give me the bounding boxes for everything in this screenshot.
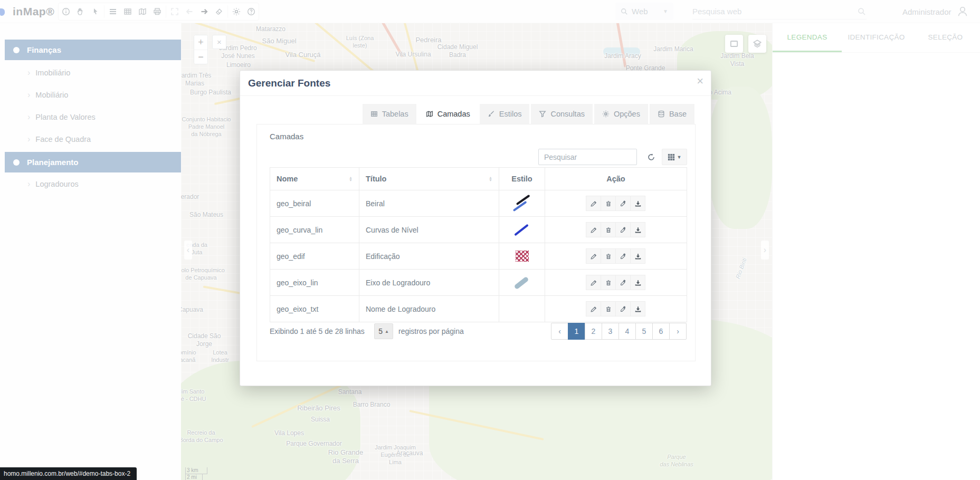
- next-page-button[interactable]: ›: [669, 323, 687, 340]
- layer-style-swatch: [499, 217, 545, 243]
- page-button-6[interactable]: 6: [652, 323, 670, 340]
- edit-icon[interactable]: [586, 196, 601, 211]
- edit-icon[interactable]: [586, 248, 601, 264]
- prev-page-button[interactable]: ‹: [551, 323, 568, 340]
- row-actions: [545, 296, 687, 322]
- page-button-3[interactable]: 3: [602, 323, 619, 340]
- row-actions: [545, 217, 687, 243]
- table-row: geo_curva_lin Curvas de Nível: [270, 217, 687, 243]
- pagination-info: Exibindo 1 até 5 de 28 linhas: [270, 322, 365, 341]
- modal-tab-bar: Tabelas Camadas Estilos Consultas Opções…: [363, 104, 694, 124]
- layer-title: Beiral: [359, 190, 499, 216]
- pagination-pager: ‹ 1 2 3 4 5 6 ›: [551, 323, 687, 340]
- tab-tabelas[interactable]: Tabelas: [363, 104, 416, 124]
- delete-icon[interactable]: [601, 275, 616, 290]
- page-button-5[interactable]: 5: [635, 323, 653, 340]
- gerenciar-fontes-modal: Gerenciar Fontes × Tabelas Camadas Estil…: [240, 70, 711, 386]
- refresh-button[interactable]: [643, 149, 660, 165]
- style-picker-icon[interactable]: [615, 275, 631, 290]
- layer-title: Nome de Logradouro: [359, 296, 499, 322]
- filter-icon: [539, 110, 546, 118]
- tab-camadas[interactable]: Camadas: [418, 104, 478, 124]
- table-row: geo_edif Edificação: [270, 243, 687, 270]
- delete-icon[interactable]: [601, 196, 616, 211]
- style-picker-icon[interactable]: [615, 222, 631, 237]
- layer-name: geo_eixo_lin: [270, 270, 359, 295]
- layer-title: Edificação: [359, 243, 499, 269]
- layer-title: Eixo de Logradouro: [359, 270, 499, 295]
- tab-estilos[interactable]: Estilos: [480, 104, 530, 124]
- column-header-acao: Ação: [545, 168, 687, 190]
- style-picker-icon[interactable]: [615, 196, 631, 211]
- edit-icon[interactable]: [586, 222, 601, 237]
- modal-title: Gerenciar Fontes: [248, 71, 330, 96]
- table-row: geo_eixo_txt Nome de Logradouro: [270, 296, 687, 322]
- page-button-4[interactable]: 4: [619, 323, 636, 340]
- tab-base[interactable]: Base: [650, 104, 694, 124]
- gear-icon: [602, 110, 610, 118]
- tab-opcoes[interactable]: Opções: [594, 104, 648, 124]
- row-actions: [545, 270, 687, 295]
- table-header-row: Nome▲▼ Título▲▼ Estilo Ação: [270, 167, 687, 190]
- tab-label: Opções: [614, 110, 640, 118]
- page-size-dropdown[interactable]: 5 ▲: [374, 323, 393, 339]
- layer-title: Curvas de Nível: [359, 217, 499, 243]
- layer-name: geo_eixo_txt: [270, 296, 359, 322]
- edit-icon[interactable]: [586, 275, 601, 290]
- delete-icon[interactable]: [601, 248, 616, 264]
- layer-search-input[interactable]: [538, 149, 637, 165]
- download-icon[interactable]: [630, 248, 645, 264]
- tab-label: Estilos: [499, 110, 522, 118]
- download-icon[interactable]: [630, 222, 645, 237]
- layers-table: Nome▲▼ Título▲▼ Estilo Ação geo_beiral B…: [270, 167, 687, 322]
- modal-close-button[interactable]: ×: [697, 75, 703, 87]
- chevron-down-icon: ▼: [677, 155, 682, 160]
- edit-icon[interactable]: [586, 301, 601, 316]
- column-header-nome[interactable]: Nome▲▼: [270, 168, 359, 190]
- column-header-titulo[interactable]: Título▲▼: [359, 168, 499, 190]
- row-actions: [545, 243, 687, 269]
- delete-icon[interactable]: [601, 301, 616, 316]
- tab-label: Consultas: [550, 110, 584, 118]
- tab-label: Tabelas: [382, 110, 408, 118]
- download-icon[interactable]: [630, 275, 645, 290]
- chevron-up-icon: ▲: [385, 329, 389, 334]
- camadas-panel: Camadas ▼ Nome▲▼ Título▲▼ Estilo Ação ge…: [256, 124, 696, 361]
- layer-name: geo_beiral: [270, 190, 359, 216]
- map-icon: [426, 110, 433, 118]
- tab-consultas[interactable]: Consultas: [531, 104, 592, 124]
- layer-name: geo_edif: [270, 243, 359, 269]
- tab-label: Camadas: [437, 110, 470, 118]
- layer-name: geo_curva_lin: [270, 217, 359, 243]
- layer-style-swatch: [499, 243, 545, 269]
- download-icon[interactable]: [630, 301, 645, 316]
- page-button-1[interactable]: 1: [568, 323, 585, 340]
- row-actions: [545, 190, 687, 216]
- style-picker-icon[interactable]: [615, 248, 631, 264]
- style-picker-icon[interactable]: [615, 301, 631, 316]
- table-row: geo_eixo_lin Eixo de Logradouro: [270, 270, 687, 296]
- sort-icon[interactable]: ▲▼: [489, 176, 492, 181]
- panel-title: Camadas: [270, 132, 303, 141]
- columns-toggle-button[interactable]: ▼: [662, 149, 687, 165]
- modal-header: Gerenciar Fontes ×: [240, 71, 711, 96]
- download-icon[interactable]: [630, 196, 645, 211]
- brush-icon: [488, 110, 495, 118]
- browser-status-url: homo.millenio.com.br/web/#demo-tabs-box-…: [0, 467, 137, 480]
- column-header-estilo: Estilo: [499, 168, 545, 190]
- page-size-value: 5: [378, 327, 383, 335]
- sort-icon[interactable]: ▲▼: [349, 176, 353, 181]
- tab-label: Base: [669, 110, 687, 118]
- database-icon: [658, 110, 665, 118]
- table-icon: [370, 110, 378, 118]
- pagination-suffix: registros por página: [398, 322, 464, 341]
- delete-icon[interactable]: [601, 222, 616, 237]
- layer-style-swatch: [499, 190, 545, 216]
- layer-style-swatch: [499, 296, 545, 322]
- layer-style-swatch: [499, 270, 545, 295]
- table-row: geo_beiral Beiral: [270, 190, 687, 217]
- page-button-2[interactable]: 2: [585, 323, 602, 340]
